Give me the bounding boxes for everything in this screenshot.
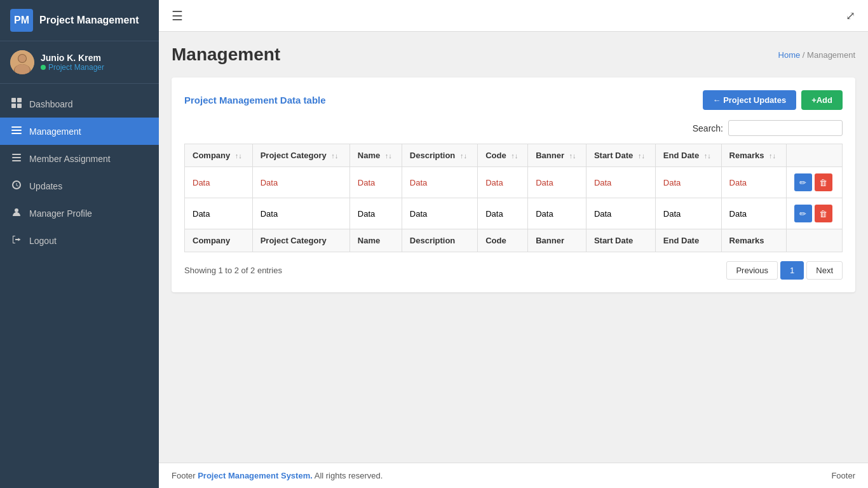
col-name: Name ↑↓ xyxy=(349,144,402,167)
search-input[interactable] xyxy=(728,120,843,136)
sort-icon[interactable]: ↑↓ xyxy=(235,152,242,159)
updates-icon xyxy=(10,180,23,192)
col-banner: Banner ↑↓ xyxy=(528,144,587,167)
sort-icon[interactable]: ↑↓ xyxy=(704,152,711,159)
cell-end_date: Data xyxy=(655,167,721,198)
sidebar-item-dashboard[interactable]: Dashboard xyxy=(0,90,159,118)
col-description: Description ↑↓ xyxy=(402,144,477,167)
edit-button[interactable]: ✏ xyxy=(794,173,812,191)
cell-start_date: Data xyxy=(586,198,655,229)
topbar: ☰ ⤢ xyxy=(159,0,868,32)
page-header: Management Home / Management xyxy=(172,44,855,65)
col-project-category: Project Category ↑↓ xyxy=(252,144,349,167)
cell-name: Data xyxy=(349,167,402,198)
next-button[interactable]: Next xyxy=(806,261,843,280)
col-remarks: Remarks ↑↓ xyxy=(721,144,786,167)
svg-point-15 xyxy=(15,208,18,212)
user-role: Project Manager xyxy=(41,63,104,72)
sort-icon[interactable]: ↑↓ xyxy=(769,152,776,159)
data-card: Project Management Data table ← Project … xyxy=(172,78,855,292)
avatar xyxy=(10,50,34,74)
card-title: Project Management Data table xyxy=(184,95,326,105)
cell-remarks: Data xyxy=(721,167,786,198)
cell-description: Data xyxy=(402,198,477,229)
sidebar-item-management[interactable]: Management xyxy=(0,118,159,145)
member-icon xyxy=(10,152,23,165)
cell-description: Data xyxy=(402,167,477,198)
sort-icon[interactable]: ↑↓ xyxy=(569,152,576,159)
user-info: Junio K. Krem Project Manager xyxy=(41,53,104,72)
table-footer-row: Company Project Category Name Descriptio… xyxy=(185,229,843,252)
cell-code: Data xyxy=(478,198,528,229)
sidebar-item-member-assignment[interactable]: Member Assignment xyxy=(0,145,159,172)
pagination: Previous 1 Next xyxy=(726,261,843,280)
sort-icon[interactable]: ↑↓ xyxy=(638,152,645,159)
sort-icon[interactable]: ↑↓ xyxy=(511,152,518,159)
foot-end-date: End Date xyxy=(655,229,721,252)
foot-remarks: Remarks xyxy=(721,229,786,252)
cell-start_date: Data xyxy=(586,167,655,198)
sidebar-item-logout[interactable]: Logout xyxy=(0,227,159,254)
logout-icon xyxy=(10,234,23,247)
cell-remarks: Data xyxy=(721,198,786,229)
cell-end_date: Data xyxy=(655,198,721,229)
entries-info: Showing 1 to 2 of 2 entries xyxy=(184,266,282,275)
sort-icon[interactable]: ↑↓ xyxy=(331,152,338,159)
breadcrumb-home[interactable]: Home xyxy=(778,50,801,60)
cell-company: Data xyxy=(185,198,253,229)
sidebar-item-label: Logout xyxy=(29,236,57,246)
svg-rect-13 xyxy=(12,157,21,158)
cell-banner: Data xyxy=(528,198,587,229)
main-content: ☰ ⤢ Management Home / Management Project… xyxy=(159,0,868,488)
footer-right: Footer xyxy=(831,471,855,480)
add-button[interactable]: +Add xyxy=(801,90,843,110)
col-code: Code ↑↓ xyxy=(478,144,528,167)
prev-button[interactable]: Previous xyxy=(726,261,778,280)
project-updates-button[interactable]: ← Project Updates xyxy=(703,90,797,110)
col-company: Company ↑↓ xyxy=(185,144,253,167)
svg-rect-5 xyxy=(11,98,16,102)
sidebar-nav: Dashboard Management Member Assignment U… xyxy=(0,84,159,488)
sort-icon[interactable]: ↑↓ xyxy=(385,152,392,159)
svg-rect-6 xyxy=(17,98,22,102)
col-end-date: End Date ↑↓ xyxy=(655,144,721,167)
breadcrumb-current: Management xyxy=(807,50,855,60)
breadcrumb: Home / Management xyxy=(778,50,855,60)
search-bar: Search: xyxy=(184,120,843,136)
sidebar-item-manager-profile[interactable]: Manager Profile xyxy=(0,200,159,227)
sidebar-item-label: Dashboard xyxy=(29,99,73,109)
cell-project_category: Data xyxy=(252,167,349,198)
svg-rect-11 xyxy=(11,133,22,134)
delete-button[interactable]: 🗑 xyxy=(815,205,832,222)
cell-banner: Data xyxy=(528,167,587,198)
sidebar-item-updates[interactable]: Updates xyxy=(0,172,159,200)
management-icon xyxy=(10,125,23,137)
brand-icon: PM xyxy=(10,9,33,32)
card-header: Project Management Data table ← Project … xyxy=(184,90,843,110)
sidebar-item-label: Member Assignment xyxy=(29,154,111,164)
hamburger-button[interactable]: ☰ xyxy=(172,8,183,24)
cell-actions: ✏🗑 xyxy=(786,198,842,229)
cell-actions: ✏🗑 xyxy=(786,167,842,198)
profile-icon xyxy=(10,207,23,219)
footer-brand: Project Management System. xyxy=(198,471,313,480)
page-1-button[interactable]: 1 xyxy=(780,261,804,280)
page-title: Management xyxy=(172,44,280,65)
edit-button[interactable]: ✏ xyxy=(794,205,812,222)
table-row: DataDataDataDataDataDataDataDataData✏🗑 xyxy=(185,198,843,229)
foot-company: Company xyxy=(185,229,253,252)
svg-rect-14 xyxy=(12,160,21,161)
svg-rect-12 xyxy=(12,154,21,155)
card-actions: ← Project Updates +Add xyxy=(703,90,843,110)
foot-project-category: Project Category xyxy=(252,229,349,252)
sort-icon[interactable]: ↑↓ xyxy=(460,152,467,159)
user-name: Junio K. Krem xyxy=(41,53,104,63)
svg-rect-7 xyxy=(11,104,16,108)
foot-start-date: Start Date xyxy=(586,229,655,252)
brand-title: Project Management xyxy=(39,15,139,26)
svg-rect-8 xyxy=(17,104,22,108)
expand-icon[interactable]: ⤢ xyxy=(846,9,855,23)
col-actions xyxy=(786,144,842,167)
delete-button[interactable]: 🗑 xyxy=(815,173,832,191)
sidebar: PM Project Management Junio K. Krem Proj… xyxy=(0,0,159,488)
